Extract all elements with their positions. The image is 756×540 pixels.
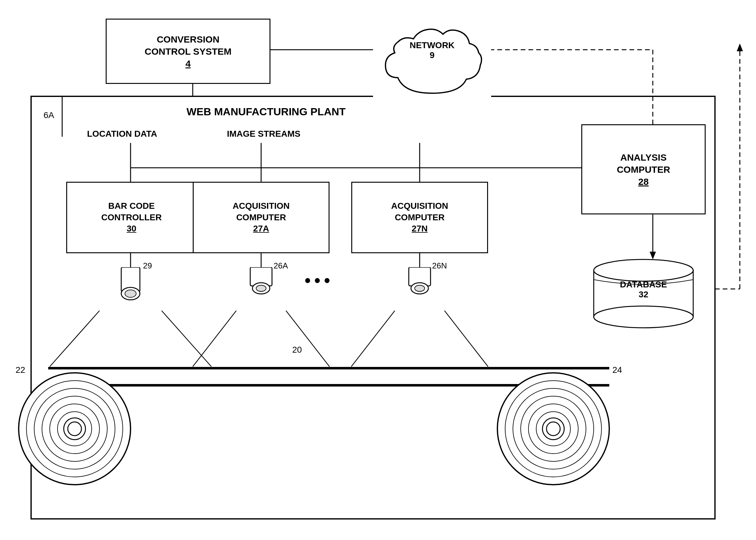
location-data-label: LOCATION DATA bbox=[87, 129, 157, 139]
analysis-computer-box: ANALYSIS COMPUTER 28 bbox=[581, 124, 706, 214]
diagram: CONVERSION CONTROL SYSTEM 4 NETWORK 9 AN… bbox=[0, 0, 756, 540]
bcc-number: 30 bbox=[126, 223, 136, 234]
image-streams-label: IMAGE STREAMS bbox=[227, 129, 300, 139]
bcc-label: BAR CODE CONTROLLER bbox=[101, 201, 162, 223]
ellipsis-dots: ••• bbox=[305, 270, 334, 290]
label-24: 24 bbox=[612, 365, 622, 375]
label-20: 20 bbox=[292, 345, 302, 355]
svg-marker-12 bbox=[737, 44, 743, 51]
database-label: DATABASE bbox=[581, 280, 706, 290]
svg-line-27 bbox=[193, 311, 236, 367]
conversion-control-system-box: CONVERSION CONTROL SYSTEM 4 bbox=[106, 19, 270, 84]
svg-point-38 bbox=[125, 290, 136, 297]
svg-point-60 bbox=[546, 422, 560, 436]
label-22: 22 bbox=[16, 365, 25, 375]
svg-line-28 bbox=[286, 311, 330, 367]
reel-left bbox=[16, 363, 134, 489]
scanner-29 bbox=[112, 267, 149, 308]
label-6a: 6A bbox=[44, 110, 54, 120]
ccs-label: CONVERSION CONTROL SYSTEM bbox=[145, 33, 231, 58]
database-component: DATABASE 32 bbox=[581, 255, 706, 329]
aca-label: ACQUISITION COMPUTER bbox=[232, 201, 290, 223]
camera-26n bbox=[402, 267, 437, 308]
plant-label: WEB MANUFACTURING PLANT bbox=[187, 106, 346, 118]
acn-number: 27N bbox=[411, 223, 427, 234]
svg-point-34 bbox=[594, 259, 693, 281]
database-number: 32 bbox=[639, 290, 648, 299]
svg-line-25 bbox=[50, 311, 99, 367]
svg-point-35 bbox=[594, 306, 693, 328]
ccs-number: 4 bbox=[186, 58, 191, 69]
network-number: 9 bbox=[430, 50, 435, 60]
analysis-computer-label: ANALYSIS COMPUTER bbox=[617, 151, 670, 176]
acquisition-computer-a-box: ACQUISITION COMPUTER 27A bbox=[193, 182, 330, 253]
acquisition-computer-n-box: ACQUISITION COMPUTER 27N bbox=[351, 182, 488, 253]
svg-point-41 bbox=[256, 285, 266, 291]
network-cloud: NETWORK 9 bbox=[373, 19, 491, 99]
svg-line-30 bbox=[445, 311, 488, 367]
aca-number: 27A bbox=[253, 223, 269, 234]
svg-line-29 bbox=[351, 311, 395, 367]
svg-line-26 bbox=[162, 311, 212, 367]
bar-code-controller-box: BAR CODE CONTROLLER 30 bbox=[66, 182, 197, 253]
svg-point-52 bbox=[68, 422, 81, 436]
analysis-computer-number: 28 bbox=[638, 176, 649, 188]
network-label: NETWORK bbox=[373, 40, 491, 50]
acn-label: ACQUISITION COMPUTER bbox=[391, 201, 448, 223]
camera-26a bbox=[244, 267, 278, 308]
svg-point-44 bbox=[415, 285, 425, 291]
reel-right bbox=[494, 363, 612, 489]
